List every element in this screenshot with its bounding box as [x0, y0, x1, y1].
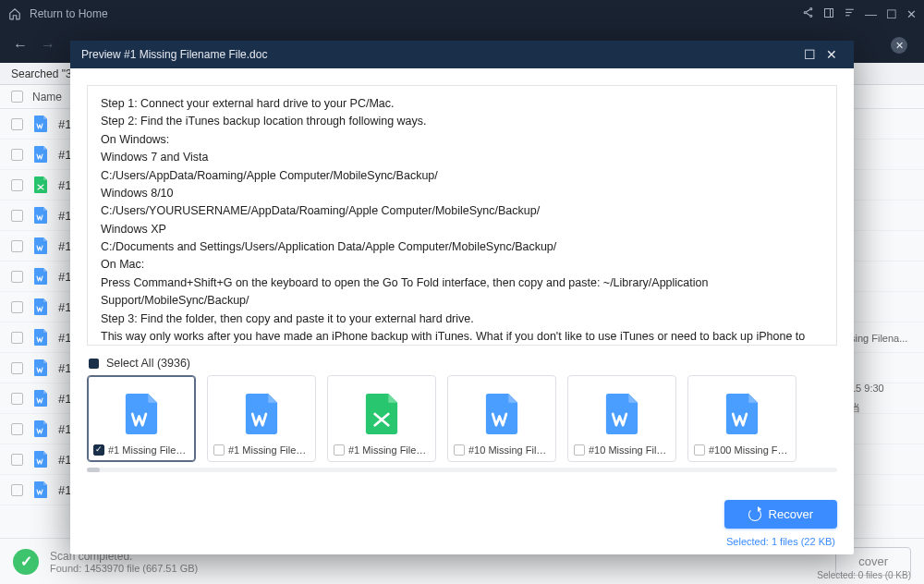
- thumb-checkbox[interactable]: [213, 444, 225, 456]
- word-file-icon: [32, 236, 49, 256]
- svg-rect-3: [825, 8, 833, 17]
- modal-close-icon[interactable]: ✕: [821, 47, 843, 62]
- thumb-label: #1 Missing Filenam...: [228, 444, 310, 456]
- menu-icon[interactable]: [844, 6, 856, 21]
- select-all-checkbox[interactable]: [11, 91, 23, 103]
- row-checkbox[interactable]: [11, 179, 23, 191]
- recover-label: Recover: [769, 507, 813, 521]
- thumb-label: #1 Missing Filenam...: [348, 444, 430, 456]
- word-file-icon: [602, 391, 642, 437]
- row-checkbox[interactable]: [11, 454, 23, 466]
- thumb-label: #1 Missing Filenam...: [108, 444, 189, 456]
- titlebar: Return to Home — ☐ ✕: [0, 0, 924, 28]
- scan-complete-icon: ✓: [13, 549, 39, 575]
- forward-arrow-icon[interactable]: →: [41, 37, 55, 54]
- thumb-checkbox[interactable]: [334, 444, 345, 456]
- row-checkbox[interactable]: [11, 210, 23, 222]
- row-checkbox[interactable]: [11, 362, 23, 374]
- maximize-icon[interactable]: ☐: [886, 7, 897, 21]
- preview-text: Step 1: Connect your external hard drive…: [101, 95, 823, 345]
- right-peek: sing Filena... 15 9:30 当: [850, 333, 915, 420]
- modal-maximize-icon[interactable]: ☐: [798, 47, 821, 62]
- home-icon[interactable]: [7, 6, 22, 21]
- word-file-icon: [32, 388, 49, 408]
- row-checkbox[interactable]: [11, 423, 23, 435]
- word-file-icon: [32, 419, 49, 439]
- modal-title: Preview #1 Missing Filename File.doc: [81, 48, 267, 61]
- thumb-label: #100 Missing Filen...: [709, 444, 790, 456]
- word-file-icon: [32, 358, 49, 378]
- return-home-link[interactable]: Return to Home: [30, 7, 108, 20]
- row-checkbox[interactable]: [11, 332, 23, 344]
- row-checkbox[interactable]: [11, 240, 23, 252]
- row-checkbox[interactable]: [11, 301, 23, 313]
- word-file-icon: [32, 144, 49, 164]
- thumb-checkbox[interactable]: [454, 444, 465, 456]
- row-checkbox[interactable]: [11, 484, 23, 496]
- thumbnail-item[interactable]: #1 Missing Filenam...: [207, 375, 316, 462]
- panel-icon[interactable]: [823, 7, 834, 21]
- word-file-icon: [722, 391, 762, 437]
- found-count-label: Found: 1453970 file (667.51 GB): [50, 563, 198, 574]
- thumbnail-item[interactable]: #1 Missing Filenam...: [87, 375, 196, 462]
- row-checkbox[interactable]: [11, 118, 23, 130]
- recover-button[interactable]: Recover: [724, 500, 837, 529]
- svg-point-2: [810, 15, 812, 17]
- word-file-icon: [241, 391, 282, 437]
- thumbnail-item[interactable]: #1 Missing Filenam...: [327, 375, 436, 462]
- word-file-icon: [32, 114, 49, 134]
- select-all-label: Select All (3936): [106, 357, 190, 370]
- row-checkbox[interactable]: [11, 393, 23, 405]
- name-column-header[interactable]: Name: [32, 91, 62, 103]
- recover-icon: [748, 508, 761, 521]
- excel-file-icon: [361, 391, 402, 437]
- thumbnail-item[interactable]: #10 Missing Filena...: [567, 375, 676, 462]
- word-file-icon: [32, 327, 49, 347]
- thumb-checkbox[interactable]: [574, 444, 585, 456]
- thumbs-scrollbar[interactable]: [87, 468, 837, 472]
- preview-modal: Preview #1 Missing Filename File.doc ☐ ✕…: [70, 41, 854, 554]
- word-file-icon: [481, 391, 522, 437]
- minimize-icon[interactable]: —: [865, 7, 877, 21]
- selected-count-bg: Selected: 0 files (0 KB): [817, 570, 911, 580]
- select-all-indicator[interactable]: [89, 359, 99, 369]
- excel-file-icon: [32, 175, 49, 195]
- thumbnails-row: #1 Missing Filenam...#1 Missing Filenam.…: [70, 375, 854, 462]
- word-file-icon: [32, 449, 49, 469]
- word-file-icon: [121, 391, 162, 437]
- thumb-label: #10 Missing Filena...: [589, 444, 670, 456]
- back-arrow-icon[interactable]: ←: [13, 37, 28, 54]
- thumb-checkbox[interactable]: [694, 444, 705, 456]
- thumb-label: #10 Missing Filena...: [468, 444, 550, 456]
- preview-scroll[interactable]: Step 1: Connect your external hard drive…: [88, 86, 836, 345]
- word-file-icon: [32, 205, 49, 225]
- thumbnail-item[interactable]: #10 Missing Filena...: [447, 375, 556, 462]
- clear-search-icon[interactable]: ✕: [891, 37, 907, 54]
- row-checkbox[interactable]: [11, 271, 23, 283]
- preview-pane: Step 1: Connect your external hard drive…: [87, 85, 837, 346]
- select-all-row[interactable]: Select All (3936): [70, 351, 854, 375]
- thumbnail-item[interactable]: #100 Missing Filen...: [687, 375, 796, 462]
- close-window-icon[interactable]: ✕: [906, 7, 917, 21]
- word-file-icon: [32, 297, 49, 317]
- svg-point-1: [804, 11, 806, 13]
- share-icon[interactable]: [802, 6, 814, 21]
- word-file-icon: [32, 266, 49, 286]
- modal-selected-status: Selected: 1 files (22 KB): [70, 534, 854, 554]
- row-checkbox[interactable]: [11, 149, 23, 161]
- svg-point-0: [810, 8, 812, 10]
- thumb-checkbox[interactable]: [93, 444, 104, 456]
- modal-header: Preview #1 Missing Filename File.doc ☐ ✕: [70, 41, 854, 68]
- word-file-icon: [32, 480, 49, 500]
